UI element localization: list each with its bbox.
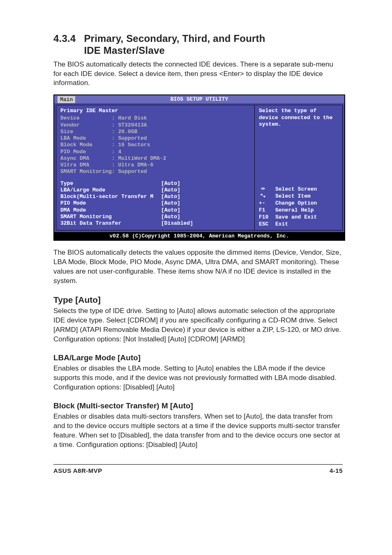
lba-body: Enables or disables the LBA mode. Settin… xyxy=(53,364,343,392)
bios-copyright: v02.58 (C)Copyright 1985-2004, American … xyxy=(54,232,344,240)
dim-row: Device : Hard Disk xyxy=(60,115,250,122)
key-select-item: Select Item xyxy=(259,193,338,200)
setting-block[interactable]: Block(Multi-sector Transfer M[Auto] xyxy=(60,193,250,200)
dim-row: Async DMA : MultiWord DMA-2 xyxy=(60,155,250,162)
dim-row: PIO Mode : 4 xyxy=(60,149,250,155)
setting-dma[interactable]: DMA Mode[Auto] xyxy=(60,207,250,214)
key-change-option: +-Change Option xyxy=(259,200,338,207)
section-intro: The BIOS automatically detects the conne… xyxy=(53,60,343,88)
section-number: 4.3.4 xyxy=(53,33,76,44)
after-bios-paragraph: The BIOS automatically detects the value… xyxy=(53,248,343,286)
svg-marker-1 xyxy=(263,187,265,190)
svg-marker-0 xyxy=(261,187,263,190)
setting-type[interactable]: Type[Auto] xyxy=(60,180,250,187)
svg-marker-2 xyxy=(260,193,263,195)
bios-setup-utility: Main BIOS SETUP UTILITY Primary IDE Mast… xyxy=(53,94,345,241)
footer-left: ASUS A8R-MVP xyxy=(53,467,102,474)
type-heading: Type [Auto] xyxy=(53,295,343,305)
section-title-text: Primary, Secondary, Third, and Fourth ID… xyxy=(84,33,265,57)
key-select-screen: Select Screen xyxy=(259,186,338,193)
footer-right: 4-15 xyxy=(330,467,343,474)
f1-key-icon: F1 xyxy=(259,207,272,214)
dim-row: Block Mode : 16 Sectors xyxy=(60,142,250,148)
spacer xyxy=(60,175,250,180)
key-save-exit: F10Save and Exit xyxy=(259,214,338,221)
setting-32bit[interactable]: 32Bit Data Transfer[Disabled] xyxy=(60,220,250,227)
key-exit: ESCExit xyxy=(259,221,338,228)
setting-smart[interactable]: SMART Monitoring[Auto] xyxy=(60,214,250,220)
arrows-ud-icon xyxy=(259,193,272,200)
bios-right-pane: Select the type of device connected to t… xyxy=(254,105,343,230)
bios-left-pane: Primary IDE Master Device : Hard Disk Ve… xyxy=(56,105,254,230)
setting-lba[interactable]: LBA/Large Mode[Auto] xyxy=(60,187,250,193)
section-heading: 4.3.4 Primary, Secondary, Third, and Fou… xyxy=(53,33,343,57)
esc-key-icon: ESC xyxy=(259,221,272,228)
panel-title: Primary IDE Master xyxy=(60,108,250,114)
dim-row: LBA Mode : Supported xyxy=(60,135,250,142)
key-general-help: F1General Help xyxy=(259,207,338,214)
dim-row: SMART Monitoring: Supported xyxy=(60,168,250,175)
svg-marker-3 xyxy=(263,196,266,198)
dim-row: Size : 20.0GB xyxy=(60,129,250,135)
tab-main[interactable]: Main xyxy=(58,96,75,103)
bios-title-bar: Main BIOS SETUP UTILITY xyxy=(54,95,344,103)
section-title-line2: IDE Master/Slave xyxy=(84,45,165,56)
plus-minus-icon: +- xyxy=(259,200,272,207)
block-body: Enables or disables data multi-sectors t… xyxy=(53,412,343,450)
bios-title: BIOS SETUP UTILITY xyxy=(171,96,228,102)
key-hints: Select Screen Select Item +-Change Optio… xyxy=(259,186,338,228)
lba-heading: LBA/Large Mode [Auto] xyxy=(53,353,343,362)
bios-body: Primary IDE Master Device : Hard Disk Ve… xyxy=(54,103,344,232)
dim-row: Ultra DMA : Ultra DMA-6 xyxy=(60,162,250,168)
dim-row: Vendor : ST320413A xyxy=(60,122,250,129)
block-heading: Block (Multi-sector Transfer) M [Auto] xyxy=(53,401,343,410)
setting-pio[interactable]: PIO Mode[Auto] xyxy=(60,200,250,207)
page-footer: ASUS A8R-MVP 4-15 xyxy=(53,464,343,474)
help-text: Select the type of device connected to t… xyxy=(259,108,338,128)
type-body: Selects the type of IDE drive. Setting t… xyxy=(53,306,343,344)
section-title-line1: Primary, Secondary, Third, and Fourth xyxy=(84,33,265,44)
f10-key-icon: F10 xyxy=(259,214,272,221)
arrows-lr-icon xyxy=(259,186,272,193)
